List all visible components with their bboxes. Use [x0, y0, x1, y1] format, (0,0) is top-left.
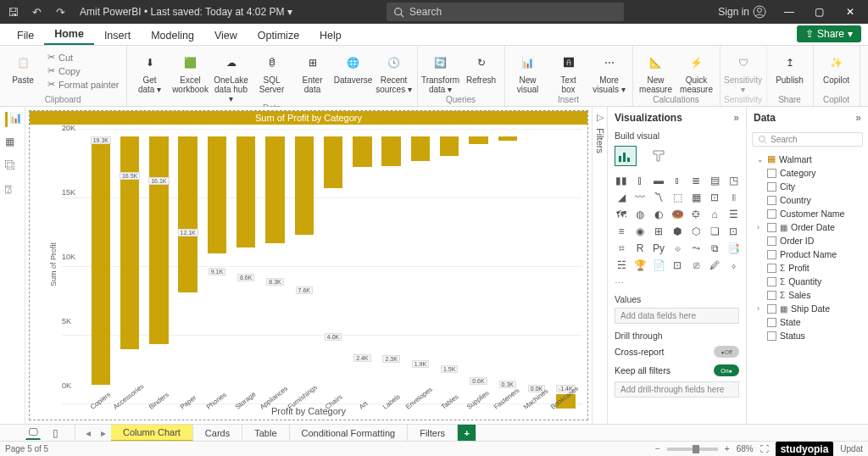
sql-serverbutton[interactable]: 🛢SQLServer	[253, 49, 292, 94]
maximize-icon[interactable]: ▢	[805, 0, 834, 24]
data-search-input[interactable]: Search	[752, 132, 863, 147]
field-order-id[interactable]: Order ID	[748, 234, 866, 247]
new-visualbutton[interactable]: 📊Newvisual	[509, 49, 548, 94]
new-measurebutton[interactable]: 📐Newmeasure	[637, 49, 676, 94]
filters-rail[interactable]: ▷ Filters	[592, 107, 607, 424]
bar-phones[interactable]: 9.1KPhones	[205, 136, 228, 394]
copy-button[interactable]: ✂ Copy	[44, 64, 123, 77]
recent-sources-button[interactable]: 🕓Recentsources ▾	[375, 49, 414, 94]
viz-type-14[interactable]: 🗺	[613, 207, 630, 222]
publishbutton[interactable]: ↥Publish	[771, 49, 810, 85]
viz-type-11[interactable]: ▦	[687, 190, 704, 205]
bar-chairs[interactable]: 4.0KChairs	[321, 136, 344, 394]
viz-type-3[interactable]: ⫾	[669, 173, 686, 188]
bar-bookcases[interactable]: -1.4KBookcases	[554, 136, 577, 394]
page-tab-conditional-formatting[interactable]: Conditional Formatting	[290, 425, 409, 441]
values-drop-zone[interactable]: Add data fields here	[615, 308, 739, 324]
viz-type-27[interactable]: ⊡	[725, 224, 742, 239]
viz-type-26[interactable]: ❏	[706, 224, 723, 239]
viz-type-34[interactable]: 📑	[725, 241, 742, 256]
bar-tables[interactable]: 1.5KTables	[438, 136, 461, 394]
zoom-out-icon[interactable]: −	[655, 444, 660, 453]
viz-type-35[interactable]: ☵	[613, 258, 630, 273]
viz-more-icon[interactable]: ⋯	[608, 278, 746, 289]
field-country[interactable]: Country	[748, 193, 866, 207]
desktop-layout-icon[interactable]: 🖵	[25, 426, 41, 440]
chart-visual[interactable]: Sum of Profit by Category Sum of Profit …	[29, 110, 588, 420]
format-painter-button[interactable]: ✂ Format painter	[44, 78, 123, 91]
viz-type-2[interactable]: ▬	[650, 173, 667, 188]
bar-envelopes[interactable]: 1.9KEnvelopes	[409, 136, 431, 394]
viz-type-6[interactable]: ◳	[725, 173, 742, 188]
viz-type-4[interactable]: ≣	[687, 173, 704, 188]
page-tab-column-chart[interactable]: Column Chart	[111, 425, 193, 441]
bar-appliances[interactable]: 8.3KAppliances	[264, 136, 287, 394]
get-data-button[interactable]: ⬇Getdata ▾	[131, 49, 170, 94]
viz-type-1[interactable]: ⫿	[632, 173, 648, 188]
page-tab-filters[interactable]: Filters	[408, 425, 458, 441]
copilotbutton[interactable]: ✨Copilot	[817, 49, 856, 85]
page-tab-table[interactable]: Table	[242, 425, 289, 441]
viz-type-15[interactable]: ◍	[632, 207, 648, 222]
search-box[interactable]: Search	[387, 3, 624, 21]
viz-type-29[interactable]: R	[632, 241, 648, 256]
dataversebutton[interactable]: 🌐Dataverse	[334, 49, 373, 85]
menu-insert[interactable]: Insert	[94, 25, 141, 45]
bar-fasteners[interactable]: 0.3KFasteners	[496, 136, 519, 394]
table-view-icon[interactable]: ▦	[5, 136, 20, 151]
viz-type-41[interactable]: ⬨	[725, 258, 742, 273]
model-view-icon[interactable]: ⿻	[5, 159, 20, 175]
viz-type-39[interactable]: ⎚	[687, 258, 704, 273]
bar-labels[interactable]: 2.3KLabels	[380, 136, 403, 394]
keep-filters-toggle[interactable]: On ●	[714, 364, 739, 376]
viz-type-20[interactable]: ☰	[725, 207, 742, 222]
bar-machines[interactable]: 0.0KMachines	[525, 136, 548, 394]
text-boxbutton[interactable]: 🅰Textbox	[549, 49, 588, 94]
build-visual-tab[interactable]	[615, 146, 637, 166]
refreshbutton[interactable]: ↻Refresh	[462, 49, 501, 85]
paste-button[interactable]: 📋Paste	[3, 49, 42, 85]
bar-paper[interactable]: 12.1KPaper	[176, 136, 199, 394]
viz-type-16[interactable]: ◐	[650, 207, 667, 222]
field-sales[interactable]: Σ Sales	[748, 288, 866, 302]
viz-type-32[interactable]: ⤳	[687, 241, 704, 256]
field-city[interactable]: City	[748, 180, 866, 193]
viz-type-10[interactable]: ⬚	[669, 190, 686, 205]
viz-type-36[interactable]: 🏆	[632, 258, 648, 273]
field-product-name[interactable]: Product Name	[748, 247, 866, 261]
viz-type-30[interactable]: Py	[650, 241, 667, 256]
cut-button[interactable]: ✂ Cut	[44, 51, 123, 64]
viz-type-13[interactable]: ⫴	[725, 190, 742, 205]
page-tab-cards[interactable]: Cards	[193, 425, 242, 441]
viz-type-18[interactable]: ⯐	[687, 207, 704, 222]
bar-accessories[interactable]: 16.5KAccessories	[118, 136, 141, 394]
viz-type-12[interactable]: ⊡	[706, 190, 723, 205]
viz-type-37[interactable]: 📄	[650, 258, 667, 273]
minimize-icon[interactable]: —	[775, 0, 804, 24]
field-category[interactable]: Category	[748, 166, 866, 180]
fit-page-icon[interactable]: ⛶	[760, 444, 769, 453]
viz-type-5[interactable]: ▤	[706, 173, 723, 188]
field-status[interactable]: Status	[748, 329, 866, 342]
dax-view-icon[interactable]: ⍰	[5, 183, 20, 198]
onelake-data-hub-button[interactable]: ☁OneLakedata hub ▾	[212, 49, 251, 103]
viz-type-31[interactable]: ⟐	[669, 241, 686, 256]
bar-storage[interactable]: 8.6KStorage	[235, 136, 258, 394]
field-state[interactable]: State	[748, 315, 866, 329]
field-quantity[interactable]: Σ Quantity	[748, 275, 866, 288]
bar-binders[interactable]: 16.1KBinders	[147, 136, 170, 394]
viz-type-23[interactable]: ⊞	[650, 224, 667, 239]
close-icon[interactable]: ✕	[836, 0, 865, 24]
add-page-button[interactable]: +	[458, 425, 476, 441]
report-view-icon[interactable]: 📊	[5, 112, 20, 127]
undo-icon[interactable]: ↶	[27, 3, 46, 21]
viz-type-19[interactable]: ⌂	[706, 207, 723, 222]
viz-type-22[interactable]: ◉	[632, 224, 648, 239]
field-customer-name[interactable]: Customer Name	[748, 207, 866, 220]
menu-modeling[interactable]: Modeling	[141, 25, 204, 45]
sign-in-link[interactable]: Sign in	[718, 5, 766, 19]
viz-type-0[interactable]: ▮▮	[613, 173, 630, 188]
transform-data-button[interactable]: 🔄Transformdata ▾	[421, 49, 460, 94]
field-order-date[interactable]: ›▦ Order Date	[748, 220, 866, 234]
format-visual-tab[interactable]	[648, 146, 670, 166]
